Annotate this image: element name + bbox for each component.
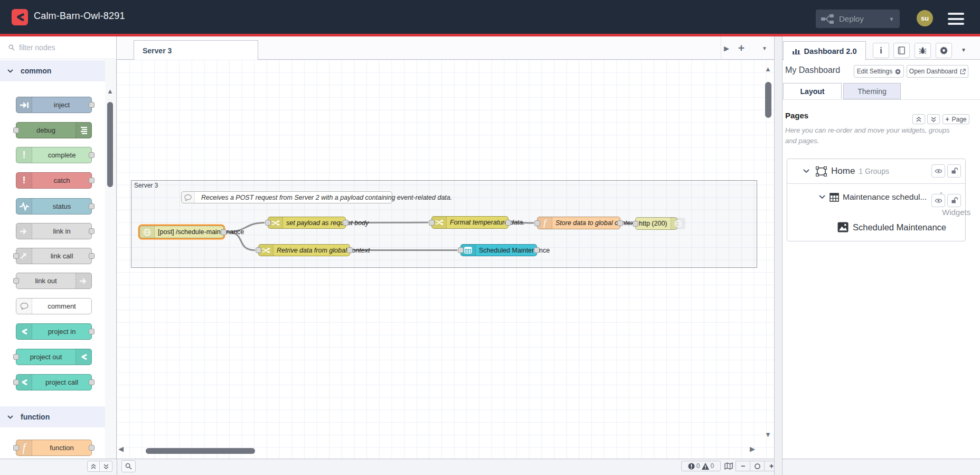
palette-filter-input[interactable]: filter nodes (0, 36, 116, 59)
canvas-scroll-left-icon[interactable]: ◀ (118, 445, 124, 452)
palette-item-project-call[interactable]: project call (16, 374, 92, 390)
user-avatar[interactable]: su (917, 10, 933, 26)
palette-item-catch[interactable]: ! catch (16, 172, 92, 189)
zoom-out-button[interactable]: − (736, 461, 750, 471)
change-node-set-payload[interactable]: set payload as request body (268, 217, 346, 229)
node-port[interactable] (89, 253, 95, 259)
node-port[interactable] (633, 221, 638, 227)
node-port[interactable] (458, 247, 464, 253)
node-port[interactable] (265, 220, 271, 226)
change-node-retrieve-global[interactable]: Retrive data from global context (258, 244, 350, 256)
palette-category-function[interactable]: function (0, 406, 105, 427)
palette-item-comment[interactable]: comment (16, 298, 92, 314)
palette-item-complete[interactable]: ! complete (16, 147, 92, 163)
open-dashboard-button[interactable]: Open Dashboard (907, 65, 968, 78)
status-pulse-icon (16, 199, 32, 214)
node-port[interactable] (221, 229, 227, 235)
palette-item-function[interactable]: f function (16, 440, 92, 456)
workspace-tab-server3[interactable]: Server 3 (134, 40, 258, 60)
node-port[interactable] (89, 102, 95, 108)
dashboard-title: My Dashboard (785, 66, 840, 75)
canvas-search-button[interactable] (121, 460, 136, 472)
tab-theming[interactable]: Theming (843, 83, 901, 99)
sidebar-resize-handle[interactable] (774, 36, 783, 475)
node-port[interactable] (505, 220, 511, 226)
node-port[interactable] (89, 152, 95, 158)
node-port[interactable] (89, 329, 95, 334)
function-node-store-global[interactable]: f Store data to global context (537, 217, 620, 229)
pages-collapse-all-button[interactable] (912, 114, 925, 124)
palette-item-link-out[interactable]: link out (16, 273, 92, 289)
palette-item-status[interactable]: status (16, 198, 92, 215)
node-port[interactable] (13, 278, 19, 284)
node-port[interactable] (13, 379, 19, 385)
canvas-vscrollbar-thumb[interactable] (765, 82, 771, 118)
palette-category-common[interactable]: common (0, 60, 105, 81)
visibility-toggle-button[interactable] (931, 194, 945, 207)
flow-list-button[interactable]: ▼ (757, 41, 772, 55)
canvas-scroll-up-icon[interactable]: ▲ (765, 66, 771, 72)
node-port[interactable] (89, 203, 95, 209)
main-menu-button[interactable] (948, 13, 964, 25)
tab-layout[interactable]: Layout (783, 83, 842, 99)
node-port[interactable] (534, 247, 540, 253)
flow-canvas[interactable]: Server 3 Receives a POST request from Se… (117, 60, 774, 459)
palette-item-project-out[interactable]: project out (16, 349, 92, 365)
deploy-button[interactable]: Deploy ▼ (816, 10, 900, 28)
visibility-toggle-button[interactable] (931, 164, 945, 178)
palette-item-link-in[interactable]: link in (16, 223, 92, 239)
node-port[interactable] (347, 247, 353, 253)
palette-collapse-all-button[interactable] (88, 461, 100, 471)
canvas-hscrollbar-thumb[interactable] (146, 448, 255, 454)
sidebar-caret-icon[interactable]: ▼ (961, 47, 966, 53)
http-response-node[interactable]: http (200) (635, 217, 677, 230)
search-icon (8, 44, 15, 51)
zoom-reset-button[interactable] (750, 461, 765, 471)
palette-scrollbar-thumb[interactable] (107, 102, 113, 187)
sidebar-debug-button[interactable] (915, 43, 931, 58)
deploy-options-caret-icon[interactable]: ▼ (889, 16, 894, 22)
comment-node[interactable]: Receives a POST request from Server 2 wi… (181, 191, 392, 203)
change-node-format-temperature[interactable]: Format temperature data. (431, 216, 508, 229)
node-port[interactable] (256, 247, 261, 253)
palette-item-debug[interactable]: debug (16, 122, 92, 138)
chevron-down-icon[interactable] (819, 195, 825, 199)
node-port[interactable] (534, 220, 540, 226)
tab-scroll-right-button[interactable]: ▶ (719, 41, 734, 55)
lock-toggle-button[interactable] (947, 194, 961, 207)
scroll-up-icon[interactable]: ▲ (107, 88, 114, 95)
palette-expand-all-button[interactable] (100, 461, 112, 471)
sidebar-info-button[interactable]: i (873, 43, 889, 58)
canvas-scroll-down-icon[interactable]: ▼ (765, 431, 771, 438)
add-flow-button[interactable]: + (733, 41, 749, 55)
node-port[interactable] (89, 379, 95, 385)
node-port[interactable] (13, 354, 19, 360)
node-port[interactable] (13, 253, 19, 259)
ui-table-node[interactable]: Scheduled Maintenance (460, 244, 537, 256)
node-port[interactable] (89, 445, 95, 451)
add-page-button[interactable]: +Page (943, 114, 969, 124)
node-port[interactable] (13, 127, 19, 133)
sidebar-tab-dashboard[interactable]: Dashboard 2.0 (783, 41, 866, 60)
lock-toggle-button[interactable] (947, 164, 961, 178)
edit-settings-button[interactable]: Edit Settings (854, 65, 904, 78)
node-port[interactable] (617, 220, 623, 226)
node-port[interactable] (429, 220, 435, 226)
node-port[interactable] (343, 220, 348, 226)
node-port[interactable] (89, 178, 95, 183)
palette-item-link-call[interactable]: link call (16, 248, 92, 264)
pages-expand-all-button[interactable] (927, 114, 940, 124)
sidebar-settings-button[interactable] (936, 43, 952, 58)
notification-counts[interactable]: 0 0 (681, 461, 721, 471)
http-in-node[interactable]: [post] /schedule-maintenance (139, 226, 224, 238)
chevron-down-icon[interactable] (803, 169, 809, 173)
minimap-button[interactable] (722, 461, 734, 471)
sidebar-docs-button[interactable] (893, 43, 910, 58)
canvas-scroll-right-icon[interactable]: ▶ (750, 445, 755, 452)
widget-row-scheduled-maintenance[interactable]: Scheduled Maintenance (787, 216, 965, 238)
node-port[interactable] (89, 228, 95, 234)
palette-scrollbar[interactable]: ▲ ▼ (105, 60, 116, 475)
node-port[interactable] (13, 445, 19, 451)
palette-item-project-in[interactable]: project in (16, 323, 92, 340)
palette-item-inject[interactable]: inject (16, 97, 92, 113)
